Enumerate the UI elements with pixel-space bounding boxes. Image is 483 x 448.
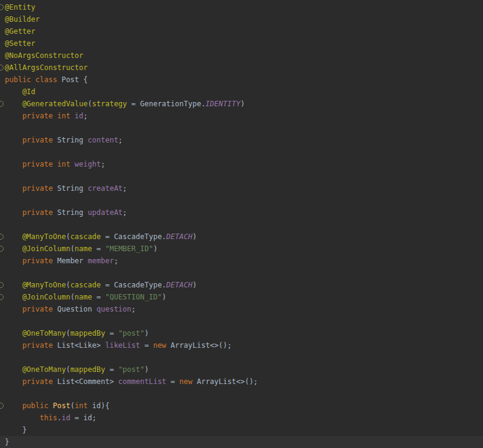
code-line[interactable]: private String createAt;	[0, 182, 483, 194]
token-def: ;	[114, 257, 118, 265]
code-text: private String createAt;	[5, 184, 127, 193]
code-line[interactable]: private List<Like> likeList = new ArrayL…	[0, 339, 483, 351]
code-text: @Setter	[5, 39, 36, 48]
token-def: =	[105, 329, 118, 338]
token-kw: private	[5, 184, 57, 193]
token-ann: @Setter	[5, 39, 36, 48]
token-def: )	[144, 329, 149, 338]
code-text: }	[5, 438, 9, 446]
token-ann: @AllArgsConstructor	[5, 63, 88, 72]
token-fld: id	[62, 414, 70, 422]
code-line[interactable]: public Post(int id){	[0, 400, 483, 412]
token-def: Question	[57, 305, 97, 313]
gutter-annotation-icon[interactable]	[0, 282, 4, 288]
token-ann: mappedBy	[70, 329, 105, 338]
token-str: "post"	[118, 329, 144, 338]
token-kw: private	[5, 257, 57, 265]
token-def: = CascadeType.	[101, 281, 166, 289]
token-def: ;	[83, 112, 88, 120]
token-fld: updateAt	[88, 208, 123, 217]
code-line[interactable]: @ManyToOne(cascade = CascadeType.DETACH)	[0, 279, 483, 291]
gutter-annotation-icon[interactable]	[0, 403, 4, 409]
token-kw: public class	[5, 75, 62, 84]
code-line[interactable]: @Id	[0, 86, 483, 98]
code-line[interactable]	[0, 351, 483, 363]
token-def: = GenerationType.	[127, 100, 205, 108]
code-line[interactable]: public class Post {	[0, 74, 483, 86]
code-line[interactable]: }	[0, 436, 483, 448]
token-kw: private	[5, 341, 57, 350]
code-text: private int weight;	[5, 160, 105, 168]
code-editor: @Entity@Builder@Getter@Setter@NoArgsCons…	[0, 0, 483, 448]
code-line[interactable]: @ManyToOne(cascade = CascadeType.DETACH)	[0, 231, 483, 243]
code-line[interactable]	[0, 122, 483, 134]
code-line[interactable]: }	[0, 424, 483, 436]
token-kw: public	[5, 402, 53, 410]
token-ann: @Entity	[5, 3, 36, 11]
code-line[interactable]: @Entity	[0, 1, 483, 13]
token-ann: strategy	[92, 100, 127, 108]
code-line[interactable]: @NoArgsConstructor	[0, 50, 483, 62]
token-fld: question	[97, 305, 132, 313]
token-def: )	[193, 232, 197, 241]
code-text: private String updateAt;	[5, 208, 127, 217]
code-line[interactable]: this.id = id;	[0, 412, 483, 424]
code-line[interactable]: private Question question;	[0, 303, 483, 315]
code-line[interactable]: private int id;	[0, 110, 483, 122]
token-def: =	[92, 245, 106, 253]
code-line[interactable]	[0, 267, 483, 279]
token-def: =	[166, 377, 179, 386]
code-line[interactable]: @AllArgsConstructor	[0, 62, 483, 74]
gutter-annotation-icon[interactable]	[0, 65, 4, 71]
token-def: String	[57, 208, 88, 217]
token-fld: commentList	[118, 377, 166, 386]
code-line[interactable]: @OneToMany(mappedBy = "post")	[0, 363, 483, 376]
code-text: @NoArgsConstructor	[5, 51, 83, 60]
code-line[interactable]	[0, 315, 483, 327]
token-ann: @NoArgsConstructor	[5, 51, 83, 60]
code-text: private Question question;	[5, 305, 136, 313]
code-line[interactable]: @Getter	[0, 25, 483, 37]
token-def: ;	[123, 208, 127, 217]
code-line[interactable]: private int weight;	[0, 158, 483, 170]
code-text: @AllArgsConstructor	[5, 63, 88, 72]
gutter-annotation-icon[interactable]	[0, 234, 4, 240]
token-def: (	[70, 245, 74, 253]
code-line[interactable]: @Builder	[0, 13, 483, 25]
gutter-annotation-icon[interactable]	[0, 246, 4, 252]
gutter-annotation-icon[interactable]	[0, 294, 4, 300]
code-line[interactable]	[0, 170, 483, 182]
code-line[interactable]: private String updateAt;	[0, 206, 483, 219]
token-def: id){	[92, 402, 110, 410]
token-ann: cascade	[70, 232, 101, 241]
token-str: "MEMBER_ID"	[105, 245, 153, 253]
gutter-annotation-icon[interactable]	[0, 4, 4, 10]
code-line[interactable]	[0, 388, 483, 400]
code-line[interactable]: @GeneratedValue(strategy = GenerationTyp…	[0, 98, 483, 110]
code-line[interactable]: @OneToMany(mappedBy = "post")	[0, 327, 483, 339]
token-kw: this	[5, 414, 57, 422]
code-line[interactable]: @JoinColumn(name = "MEMBER_ID")	[0, 243, 483, 255]
code-line[interactable]: private Member member;	[0, 255, 483, 267]
code-line[interactable]: @JoinColumn(name = "QUESTION_ID")	[0, 291, 483, 303]
code-text: public Post(int id){	[5, 402, 109, 410]
token-kw: private	[5, 305, 57, 313]
code-text: @OneToMany(mappedBy = "post")	[5, 365, 149, 374]
code-line[interactable]: private String content;	[0, 134, 483, 146]
code-line[interactable]	[0, 146, 483, 158]
token-ann: @JoinColumn	[5, 293, 70, 301]
code-line[interactable]: @Setter	[0, 37, 483, 50]
token-fld: weight	[75, 160, 101, 168]
code-line[interactable]: private List<Comment> commentList = new …	[0, 376, 483, 388]
token-ann: @Builder	[5, 15, 40, 24]
token-const: IDENTITY	[205, 100, 240, 108]
token-ann: mappedBy	[70, 365, 105, 374]
gutter-annotation-icon[interactable]	[0, 101, 4, 107]
code-text: private List<Like> likeList = new ArrayL…	[5, 341, 232, 350]
token-kw: new	[179, 377, 193, 386]
code-line[interactable]	[0, 219, 483, 231]
token-def: =	[140, 341, 153, 350]
code-line[interactable]	[0, 194, 483, 206]
token-ann: @Id	[5, 88, 36, 96]
token-ann: @JoinColumn	[5, 245, 70, 253]
